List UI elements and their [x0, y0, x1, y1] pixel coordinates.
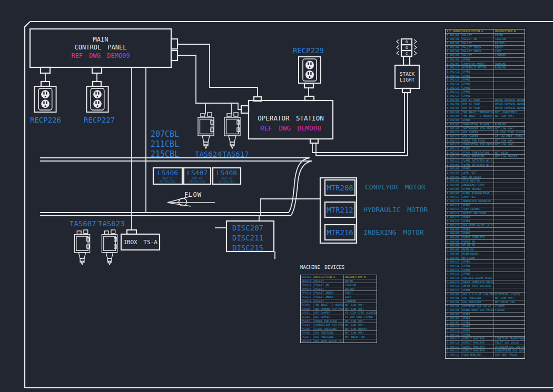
table-cell: INPUT TEST VOLTAGE: [461, 284, 493, 288]
table-row: I:002/10AIR DAMPERAT HIGH FIRE (CLOSED): [446, 130, 525, 135]
table-cell: [493, 248, 525, 252]
table-cell: SPARE: [461, 78, 493, 82]
table-cell: DESCRIPTION A: [461, 29, 493, 33]
tas623-symbol: [102, 230, 117, 265]
table-cell: SOL018: [301, 339, 313, 343]
table-cell: SPARE: [461, 167, 493, 170]
mtr216-label: MTR216: [325, 225, 355, 240]
table-row: O:004/06MAIN READY: [446, 252, 525, 256]
table-cell: INSTRUMENT AIR PRESSURE: [461, 127, 493, 130]
cad-drawing-canvas: MAIN CONTROL PANEL REF DWG DEMO09 OPERAT…: [0, 0, 553, 392]
table-cell: I:001/01: [446, 37, 461, 41]
table-cell: RAM #3 FEED: [461, 106, 493, 110]
table-cell: [493, 272, 525, 276]
table-row: O:004/01SPARE: [446, 232, 525, 236]
table-cell: NOT LOW (OK): [493, 296, 525, 300]
table-cell: [493, 329, 525, 333]
table-cell: UPSTREAM GAS VALVE: [461, 305, 493, 308]
table-cell: I:002/17: [446, 159, 461, 163]
table-cell: PURGE AIR FLOW: [461, 139, 493, 143]
table-cell: PSX017: [301, 295, 313, 299]
table-row: I:001/14SPARE: [446, 82, 525, 86]
table-cell: RUNNING: [493, 62, 525, 66]
table-cell: [493, 82, 525, 86]
table-row: O:004/15PURGE COMPLETE RELAY: [446, 280, 525, 285]
table-row: I:002/11AIR DAMPERAT LOW FIRE (OPEN): [446, 135, 525, 139]
table-cell: O:004/07: [446, 256, 461, 260]
table-cell: GAS PRESSURE: [313, 331, 343, 335]
disc207-label: DISC207: [232, 223, 263, 233]
flow-label: FLOW: [184, 191, 202, 198]
table-row: DEVICEDESCRIPTION ADESCRIPTION B: [301, 275, 377, 279]
table-row: O:005/17FUSE MONITOR -GAS VENT VALVE: [446, 353, 525, 357]
table-row: I:002/01RAM #2 FEEDWASTE REMOVAL BLOWER: [446, 102, 525, 106]
table-cell: O:005/15: [446, 345, 461, 349]
table-cell: LOWERED: [343, 299, 377, 303]
table-cell: PALLET: [313, 279, 343, 283]
table-row: PX010INSTRUMENT AIR PRESSURENOT LOW (OK): [301, 307, 377, 311]
table-cell: [493, 264, 525, 268]
ls408-sub2: RETRACTED: [219, 180, 235, 183]
table-cell: NOT (OVERTEMP): [493, 110, 525, 114]
table-cell: I/O ADDRESS: [446, 29, 461, 33]
table-cell: [493, 288, 525, 292]
table-cell: I:003/15: [446, 216, 461, 219]
table-cell: NOT LOW (OK): [343, 303, 377, 307]
table-cell: THE INLET TEMPERATURE: [461, 110, 493, 114]
table-row: I:001/05PALLETLOWERED: [446, 54, 525, 58]
table-cell: [493, 252, 525, 256]
table-cell: [493, 159, 525, 163]
table-cell: SPARE: [461, 82, 493, 86]
stack-segment-g: G: [401, 45, 412, 51]
io-table-rows: I:001/00PALLETENTERI:001/01PALLET INSTAT…: [446, 34, 525, 357]
table-cell: NOT LOW (OK): [343, 323, 377, 327]
table-cell: [493, 244, 525, 247]
table-row: O:005/05SPARE: [446, 313, 525, 317]
table-cell: I:002/00: [446, 98, 461, 102]
table-cell: PILOT GAS VALVE: [493, 341, 525, 345]
table-cell: STACK TEMPERATURE: [461, 151, 493, 155]
table-cell: [493, 313, 525, 316]
table-cell: O:004/01: [446, 232, 461, 235]
table-row: PSX018PALLETLOWERED: [301, 299, 377, 304]
table-cell: SPARE: [461, 204, 493, 207]
table-row: LS011AIR DAMPERAT HIGH FIRE (CLOSED): [301, 311, 377, 315]
table-cell: NOT LOW (OK): [343, 307, 377, 311]
operator-station-label: OPERATOR STATION REF DWG DEMO08: [249, 111, 333, 135]
table-row: I:002/15STACK TEMPERATURENOT HIGH: [446, 151, 525, 155]
ls406-sub2: RETRACTED: [160, 180, 176, 183]
table-cell: SPARE: [461, 313, 493, 316]
table-row: I:002/13COMBUSTION AIR PRESSURENOT LOW (…: [446, 143, 525, 147]
table-cell: SPARE: [461, 268, 493, 272]
table-row: O:004/17SPARE: [446, 288, 525, 293]
table-cell: I:001/02: [446, 42, 461, 45]
recp229-label: RECP229: [293, 46, 324, 55]
table-cell: COMBUSTION AIR PRESSURE: [313, 323, 343, 327]
machine-devices-table: DEVICEDESCRIPTION ADESCRIPTION B PRS013P…: [300, 275, 377, 343]
table-cell: [493, 280, 525, 284]
table-cell: LEFT: [343, 295, 377, 299]
table-cell: DESCRIPTION B: [343, 275, 377, 279]
table-cell: SPARE: [461, 118, 493, 122]
table-cell: SPARE: [461, 219, 493, 223]
table-row: PS017GAS PRESSURENOT HIGH (OK): [301, 335, 377, 339]
table-cell: HEATER RESET: [461, 175, 493, 179]
table-cell: SPARE: [461, 264, 493, 268]
table-cell: [493, 86, 525, 90]
table-cell: HYDRAULIC MOTOR: [461, 66, 493, 69]
cable-label-211cbl: 211CBL: [151, 139, 179, 149]
table-cell: [493, 192, 525, 195]
table-row: PS016GAS PRESSURENOT LOW (OK): [301, 331, 377, 335]
table-cell: I:002/11: [446, 135, 461, 138]
table-cell: SPARE: [461, 288, 493, 292]
table-row: I:001/15SPARE: [446, 86, 525, 91]
table-cell: FS013: [301, 319, 313, 323]
tas617-label: TAS617: [222, 150, 249, 158]
table-row: I:002/03THE INLET TEMPERATURENOT (OVERTE…: [446, 110, 525, 115]
table-cell: I:001/05: [446, 54, 461, 57]
table-row: O:005/14OUTPUT MONITOR -PILOT GAS VALVE: [446, 341, 525, 345]
table-cell: RUNNING: [493, 66, 525, 69]
recp226-outlet-symbol: [34, 86, 56, 112]
table-cell: O:005/06: [446, 317, 461, 320]
table-cell: I:003/12: [446, 204, 461, 207]
